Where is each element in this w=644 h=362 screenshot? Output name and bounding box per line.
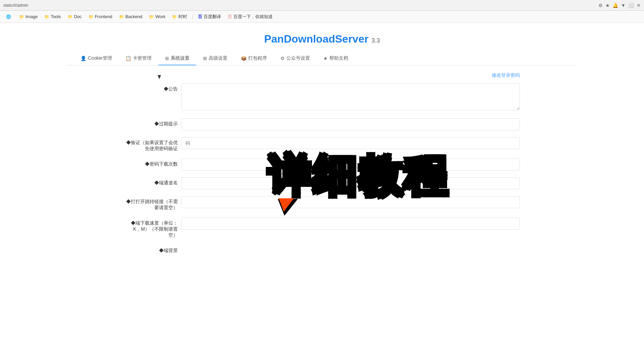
browser-bar: static/#/admin ⚙ ★ 🔔 ▼ ⬜ ✕ <box>0 0 644 11</box>
channel-name-row: ◆端通道名 <box>124 177 520 189</box>
folder-icon: 📁 <box>172 14 177 19</box>
nav-tabs: 👤 Cookie管理 📋 卡密管理 ⊞ 系统设置 ⊞ 高级设置 📦 打包程序 ⚙… <box>67 52 577 65</box>
tab-cookie[interactable]: 👤 Cookie管理 <box>74 52 119 65</box>
change-password-link[interactable]: 修改登录密码 <box>492 72 520 78</box>
baidu-fanyi-icon: 百 <box>198 14 202 20</box>
backend-bg-label: ◆端背景 <box>124 245 178 254</box>
folder-icon: 📁 <box>19 14 24 19</box>
channel-name-input[interactable] <box>181 177 520 189</box>
announcement-textarea[interactable] <box>181 83 520 110</box>
tab-system[interactable]: ⊞ 系统设置 <box>158 52 196 65</box>
main-content: PanDownloadServer 3.3 👤 Cookie管理 📋 卡密管理 … <box>0 23 644 267</box>
announcement-row: ◆公告 <box>124 83 520 112</box>
password-downloads-label: ◆密码下载次数 <box>124 159 178 167</box>
advanced-icon: ⊞ <box>203 56 207 61</box>
site-version: 3.3 <box>372 37 380 44</box>
bookmarks-bar: 🌐 📁 Image 📁 Tools 📁 Doc 📁 Frontend 📁 Bac… <box>0 11 644 23</box>
bookmark-separator: | <box>192 14 193 19</box>
content-area: 修改登录密码 ◆公告 ◆过期提示 ◆验证（如果设置了会优先使用密码验证 ◆密码下… <box>114 65 530 267</box>
tab-help[interactable]: ★ 帮助文档 <box>317 52 355 65</box>
bookmark-backend[interactable]: 📁 Backend <box>116 13 145 20</box>
channel-name-input-wrapper <box>181 177 520 189</box>
folder-icon: 📁 <box>149 14 154 19</box>
baidu-search-icon: 百 <box>228 14 232 20</box>
announcement-input-wrapper <box>181 83 520 112</box>
settings-icon[interactable]: ⚙ <box>598 3 603 8</box>
bookmark-work[interactable]: 📁 Work <box>146 13 168 20</box>
card-icon: 📋 <box>125 56 131 61</box>
change-password-section: 修改登录密码 <box>124 72 520 78</box>
tab-cardkey[interactable]: 📋 卡密管理 <box>119 52 158 65</box>
verify-label: ◆验证（如果设置了会优先使用密码验证 <box>124 137 178 152</box>
password-downloads-row: ◆密码下载次数 <box>124 159 520 171</box>
redirect-row: ◆打打开跳转链接（不需要请置空） <box>124 196 520 211</box>
download-speed-label: ◆端下载速度（单位：K，M）（不限制请置空） <box>124 218 178 238</box>
page-header: PanDownloadServer 3.3 <box>0 23 644 52</box>
package-icon: 📦 <box>241 56 247 61</box>
user-icon: 👤 <box>80 56 86 61</box>
verify-input[interactable] <box>181 137 520 149</box>
wechat-icon: ⚙ <box>280 56 285 61</box>
site-title: PanDownloadServer <box>264 33 368 45</box>
expiry-hint-label: ◆过期提示 <box>124 118 178 127</box>
announcement-label: ◆公告 <box>124 83 178 92</box>
expiry-hint-input[interactable] <box>181 118 520 130</box>
folder-icon: 📁 <box>119 14 124 19</box>
network-icon: 🌐 <box>6 14 11 19</box>
close-icon[interactable]: ✕ <box>637 3 641 8</box>
bookmark-shishi[interactable]: 📁 时时 <box>169 13 190 21</box>
browser-icons: ⚙ ★ 🔔 ▼ ⬜ ✕ <box>598 3 641 8</box>
redirect-input[interactable] <box>181 196 520 208</box>
help-icon: ★ <box>323 56 328 61</box>
bookmark-image[interactable]: 📁 Image <box>16 13 40 20</box>
redirect-label: ◆打打开跳转链接（不需要请置空） <box>124 196 178 211</box>
bookmark-tools[interactable]: 📁 Tools <box>42 13 63 20</box>
folder-icon: 📁 <box>89 14 94 19</box>
bookmark-baidu-fanyi[interactable]: 百 百度翻译 <box>195 13 224 21</box>
download-speed-row: ◆端下载速度（单位：K，M）（不限制请置空） <box>124 218 520 238</box>
system-icon: ⊞ <box>165 56 169 61</box>
bookmark-frontend[interactable]: 📁 Frontend <box>86 13 115 20</box>
tab-advanced[interactable]: ⊞ 高级设置 <box>196 52 234 65</box>
folder-icon: 📁 <box>68 14 73 19</box>
verify-input-wrapper <box>181 137 520 149</box>
tab-package[interactable]: 📦 打包程序 <box>234 52 274 65</box>
tab-wechat[interactable]: ⚙ 公众号设置 <box>274 52 317 65</box>
extension-icon[interactable]: 🔔 <box>612 3 618 8</box>
bookmark-doc[interactable]: 📁 Doc <box>65 13 85 20</box>
bookmark-baidu-search[interactable]: 百 百度一下，你就知道 <box>225 13 275 21</box>
expiry-hint-input-wrapper <box>181 118 520 130</box>
verify-row: ◆验证（如果设置了会优先使用密码验证 <box>124 137 520 152</box>
redirect-input-wrapper <box>181 196 520 208</box>
star-icon[interactable]: ★ <box>605 3 610 8</box>
download-speed-input-wrapper <box>181 218 520 230</box>
bookmark-network[interactable]: 🌐 <box>3 13 15 20</box>
profile-icon[interactable]: ▼ <box>621 3 626 8</box>
backend-bg-row: ◆端背景 <box>124 245 520 254</box>
folder-icon: 📁 <box>44 14 49 19</box>
password-downloads-input-wrapper <box>181 159 520 171</box>
password-downloads-input[interactable] <box>181 159 520 171</box>
restore-icon[interactable]: ⬜ <box>628 3 634 8</box>
browser-url: static/#/admin <box>3 3 598 8</box>
channel-name-label: ◆端通道名 <box>124 177 178 186</box>
expiry-hint-row: ◆过期提示 <box>124 118 520 130</box>
download-speed-input[interactable] <box>181 218 520 230</box>
